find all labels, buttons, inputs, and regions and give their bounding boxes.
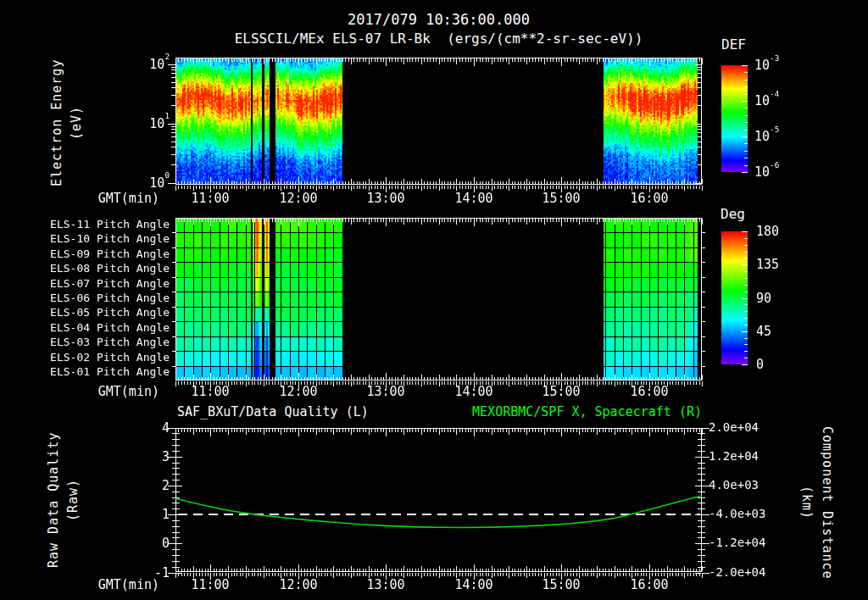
pitch-row-label: ELS-02 Pitch Angle — [36, 352, 170, 364]
pitch-row-label: ELS-09 Pitch Angle — [36, 248, 170, 260]
pitch-row-label: ELS-05 Pitch Angle — [36, 307, 170, 319]
pitch-row-label: ELS-08 Pitch Angle — [36, 263, 170, 275]
def-tick-label: 10-4 — [754, 93, 814, 108]
time-tick-label: 13:00 — [359, 192, 413, 206]
distance-right-tick-label: 2.0e+04 — [709, 421, 785, 434]
time-tick-label: 15:00 — [534, 192, 588, 206]
spacecraft-x-curve — [175, 496, 702, 528]
gmt-axis-label-1: GMT(min) — [75, 385, 159, 399]
time-tick-label: 15:00 — [534, 578, 588, 592]
energy-tick-label: 102 — [125, 57, 170, 72]
deg-tick-label: 45 — [756, 325, 807, 339]
panel-border-1 — [176, 219, 702, 381]
distance-right-tick-label: -2.0e+04 — [709, 566, 785, 579]
time-tick-label: 16:00 — [622, 192, 676, 206]
time-tick-label: 11:00 — [183, 385, 237, 399]
gmt-axis-label-0: GMT(min) — [75, 192, 159, 206]
deg-tick-label: 90 — [756, 292, 807, 306]
def-tick-label: 10-3 — [754, 58, 814, 73]
deg-tick-label: 0 — [756, 358, 807, 372]
time-tick-label: 14:00 — [447, 192, 501, 206]
def-tick-label: 10-5 — [754, 129, 814, 144]
time-tick-label: 13:00 — [359, 578, 413, 592]
quality-left-tick-label: 1 — [127, 508, 170, 522]
time-tick-label: 16:00 — [622, 578, 676, 592]
pitch-row-label: ELS-07 Pitch Angle — [36, 278, 170, 290]
time-tick-label: 12:00 — [271, 385, 326, 399]
panel-border-2 — [176, 429, 702, 572]
pitch-row-label: ELS-11 Pitch Angle — [36, 219, 170, 231]
pitch-row-label: ELS-01 Pitch Angle — [36, 366, 170, 378]
distance-right-tick-label: -4.0e+03 — [709, 508, 785, 520]
time-tick-label: 11:00 — [183, 578, 237, 592]
plot-page: 2017/079 10:36:00.000 ELSSCIL/MEx ELS-07… — [0, 0, 868, 600]
time-tick-label: 14:00 — [447, 385, 501, 399]
quality-left-tick-label: 2 — [127, 479, 170, 493]
gmt-axis-label-2: GMT(min) — [75, 578, 159, 592]
time-tick-label: 13:00 — [359, 385, 413, 399]
energy-tick-label: 100 — [125, 175, 170, 191]
axis-ticks — [168, 58, 748, 580]
def-tick-label: 10-6 — [754, 164, 814, 180]
distance-right-tick-label: 1.2e+04 — [709, 450, 785, 463]
panel-border-0 — [176, 58, 702, 185]
deg-tick-label: 180 — [756, 225, 807, 239]
distance-right-tick-label: 4.0e+03 — [709, 479, 785, 492]
time-tick-label: 12:00 — [271, 578, 326, 592]
time-tick-label: 16:00 — [622, 385, 676, 399]
pitch-row-label: ELS-10 Pitch Angle — [36, 233, 170, 245]
time-tick-label: 11:00 — [183, 192, 237, 206]
distance-right-tick-label: -1.2e+04 — [709, 536, 785, 549]
quality-left-tick-label: -1 — [127, 566, 170, 581]
energy-tick-label: 101 — [125, 116, 170, 131]
time-tick-label: 15:00 — [534, 385, 588, 399]
pitch-row-label: ELS-04 Pitch Angle — [36, 322, 170, 334]
pitch-row-label: ELS-03 Pitch Angle — [36, 336, 170, 348]
time-tick-label: 14:00 — [447, 578, 501, 592]
quality-left-tick-label: 0 — [127, 536, 170, 551]
time-tick-label: 12:00 — [271, 192, 326, 206]
quality-left-tick-label: 4 — [127, 421, 170, 436]
pitch-row-label: ELS-06 Pitch Angle — [36, 292, 170, 304]
deg-tick-label: 135 — [756, 258, 807, 272]
quality-left-tick-label: 3 — [127, 450, 170, 464]
